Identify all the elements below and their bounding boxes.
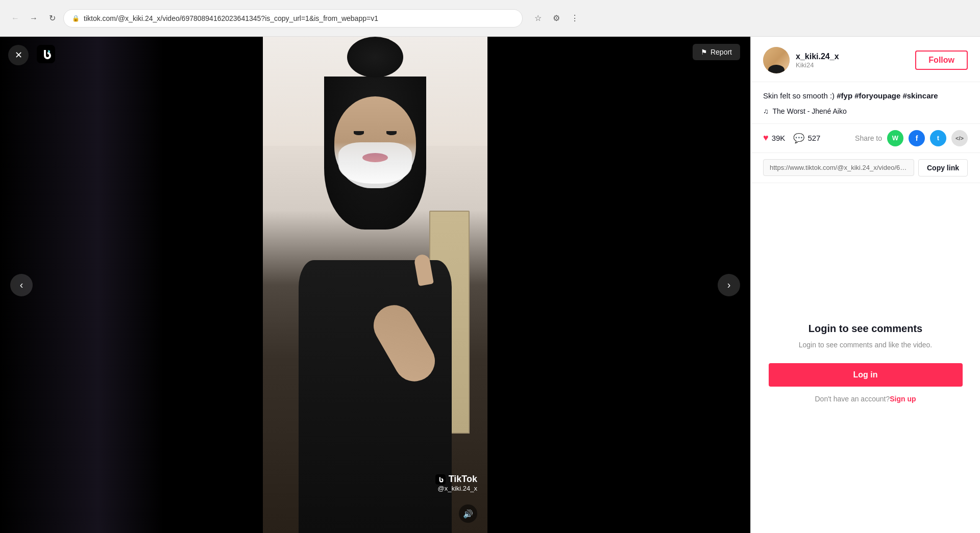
share-twitter-button[interactable]: t xyxy=(930,130,946,146)
url-text: tiktok.com/@x_kiki.24_x/video/6978089416… xyxy=(84,14,378,22)
sidebar-panel: x_kiki.24_x Kiki24 Follow Skin felt so s… xyxy=(750,37,980,533)
share-label: Share to xyxy=(855,134,882,142)
report-label: Report xyxy=(710,48,732,56)
caption-main: Skin felt so smooth :) xyxy=(763,91,837,100)
twitter-icon: t xyxy=(937,134,939,142)
next-video-button[interactable]: › xyxy=(718,274,740,296)
caption-section: Skin felt so smooth :) #fyp #foryoupage … xyxy=(751,82,980,124)
login-title: Login to see comments xyxy=(808,323,922,335)
tiktok-logo-icon xyxy=(37,45,55,63)
login-section: Login to see comments Login to see comme… xyxy=(751,183,980,534)
share-embed-button[interactable]: </> xyxy=(951,130,968,146)
sound-button[interactable]: 🔊 xyxy=(459,504,477,523)
main-area: ✕ ⚑ Report ‹ › xyxy=(0,37,980,533)
lips xyxy=(362,153,388,162)
signup-text: Don't have an account? xyxy=(815,395,890,403)
video-player[interactable]: TikTok @x_kiki.24_x 🔊 xyxy=(263,37,487,533)
tiktok-logo[interactable] xyxy=(37,45,55,65)
user-details: x_kiki.24_x Kiki24 xyxy=(796,52,909,69)
refresh-button[interactable]: ↻ xyxy=(45,11,59,26)
browser-toolbar-right: ☆ ⚙ ⋮ xyxy=(531,11,582,26)
extensions-button[interactable]: ⚙ xyxy=(549,11,564,26)
display-name[interactable]: Kiki24 xyxy=(796,61,909,69)
report-icon: ⚑ xyxy=(701,48,707,56)
likes-count: 39K xyxy=(772,134,786,142)
login-button[interactable]: Log in xyxy=(769,363,963,387)
watermark-tiktok-icon xyxy=(435,474,446,485)
prev-video-button[interactable]: ‹ xyxy=(10,274,33,296)
user-info-section: x_kiki.24_x Kiki24 Follow xyxy=(751,37,980,82)
watermark-logo: TikTok xyxy=(435,474,477,485)
embed-icon: </> xyxy=(955,135,964,141)
watermark-username: @x_kiki.24_x xyxy=(437,485,477,492)
lock-icon: 🔒 xyxy=(72,15,80,22)
share-whatsapp-button[interactable]: W xyxy=(887,130,903,146)
music-note-icon: ♫ xyxy=(763,107,769,115)
url-copy-row: https://www.tiktok.com/@x_kiki.24_x/vide… xyxy=(751,153,980,183)
sound-icon: 🔊 xyxy=(463,509,473,519)
stats-row: ♥ 39K 💬 527 Share to W f t </> xyxy=(751,124,980,153)
url-display: https://www.tiktok.com/@x_kiki.24_x/vide… xyxy=(763,159,914,176)
copy-link-button[interactable]: Copy link xyxy=(918,159,968,176)
comment-icon[interactable]: 💬 xyxy=(793,133,804,144)
video-watermark: TikTok @x_kiki.24_x xyxy=(435,474,477,492)
body xyxy=(299,260,452,533)
whatsapp-icon: W xyxy=(892,134,898,142)
bookmark-button[interactable]: ☆ xyxy=(531,11,545,26)
hair-bun xyxy=(347,37,403,78)
face-mask xyxy=(338,142,412,184)
watermark-brand-text: TikTok xyxy=(449,474,477,485)
share-section: Share to W f t </> xyxy=(855,130,968,146)
signup-row: Don't have an account?Sign up xyxy=(815,395,916,403)
forward-button[interactable]: → xyxy=(27,11,41,26)
browser-chrome: ← → ↻ 🔒 tiktok.com/@x_kiki.24_x/video/69… xyxy=(0,0,980,37)
music-row: ♫ The Worst - Jhené Aiko xyxy=(763,107,968,115)
likes-stat: ♥ 39K xyxy=(763,133,785,143)
menu-button[interactable]: ⋮ xyxy=(568,11,582,26)
video-scene: TikTok @x_kiki.24_x 🔊 xyxy=(263,37,487,533)
facebook-icon: f xyxy=(916,134,918,142)
eye-right xyxy=(386,131,397,135)
video-section: ✕ ⚑ Report ‹ › xyxy=(0,37,750,533)
eye-left xyxy=(354,131,364,135)
comments-count: 527 xyxy=(807,134,820,142)
music-label[interactable]: The Worst - Jhené Aiko xyxy=(773,107,847,115)
share-facebook-button[interactable]: f xyxy=(909,130,925,146)
comments-stat: 💬 527 xyxy=(793,133,820,144)
eyes xyxy=(342,131,408,135)
face xyxy=(334,96,416,188)
back-button[interactable]: ← xyxy=(8,11,22,26)
address-bar[interactable]: 🔒 tiktok.com/@x_kiki.24_x/video/69780894… xyxy=(63,9,523,28)
caption-text: Skin felt so smooth :) #fyp #foryoupage … xyxy=(763,90,968,102)
close-button[interactable]: ✕ xyxy=(8,45,29,65)
avatar-hair xyxy=(768,65,784,73)
avatar-face xyxy=(763,47,790,73)
report-button[interactable]: ⚑ Report xyxy=(693,44,740,60)
heart-icon[interactable]: ♥ xyxy=(763,133,769,143)
username[interactable]: x_kiki.24_x xyxy=(796,52,909,61)
signup-link[interactable]: Sign up xyxy=(890,395,916,403)
user-avatar[interactable] xyxy=(763,47,790,73)
login-subtitle: Login to see comments and like the video… xyxy=(799,341,933,349)
caption-hashtags[interactable]: #fyp #foryoupage #skincare xyxy=(837,91,938,100)
follow-button[interactable]: Follow xyxy=(915,50,968,70)
